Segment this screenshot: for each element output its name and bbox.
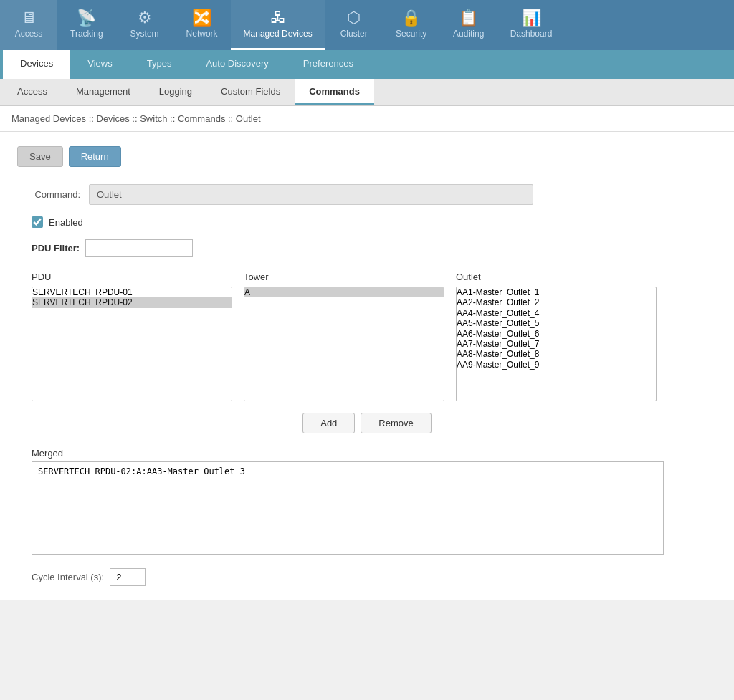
access-icon: 🖥: [21, 10, 37, 26]
nav-network-label: Network: [186, 29, 218, 39]
pdu-filter-label: PDU Filter:: [32, 243, 80, 254]
cycle-label: Cycle Interval (s):: [32, 572, 104, 582]
network-icon: 🔀: [192, 10, 211, 26]
tab-management[interactable]: Management: [62, 79, 145, 105]
tower-option-a[interactable]: A: [244, 287, 444, 297]
tab-management-label: Management: [76, 86, 130, 97]
sub-nav: Devices Views Types Auto Discovery Prefe…: [0, 50, 734, 79]
nav-system-label: System: [130, 29, 159, 39]
tab-logging-label: Logging: [159, 86, 192, 97]
command-row: Command:: [17, 184, 717, 205]
nav-dashboard-label: Dashboard: [510, 29, 553, 39]
nav-dashboard[interactable]: 📊 Dashboard: [497, 0, 566, 50]
cycle-input[interactable]: [110, 568, 146, 586]
listbox-section: PDU SERVERTECH_RPDU-01 SERVERTECH_RPDU-0…: [17, 272, 717, 401]
add-remove-row: Add Remove: [17, 413, 717, 433]
security-icon: 🔒: [401, 10, 421, 26]
merged-textarea[interactable]: SERVERTECH_RPDU-02:A:AA3-Master_Outlet_3: [32, 461, 664, 555]
outlet-option-9[interactable]: AA9-Master_Outlet_9: [457, 360, 656, 370]
tabs-row: Access Management Logging Custom Fields …: [0, 79, 734, 106]
outlet-option-4[interactable]: AA4-Master_Outlet_4: [457, 308, 656, 318]
return-button[interactable]: Return: [69, 146, 121, 167]
pdu-listbox[interactable]: SERVERTECH_RPDU-01 SERVERTECH_RPDU-02: [32, 287, 232, 401]
managed-devices-icon: 🖧: [270, 10, 286, 26]
tab-custom-fields[interactable]: Custom Fields: [206, 79, 295, 105]
merged-section: Merged SERVERTECH_RPDU-02:A:AA3-Master_O…: [17, 448, 717, 557]
tracking-icon: 📡: [77, 10, 96, 26]
auditing-icon: 📋: [459, 10, 478, 26]
tab-access[interactable]: Access: [3, 79, 62, 105]
outlet-listbox[interactable]: AA1-Master_Outlet_1 AA2-Master_Outlet_2 …: [456, 287, 657, 401]
breadcrumb-text: Managed Devices :: Devices :: Switch :: …: [11, 113, 261, 124]
enabled-label: Enabled: [49, 217, 83, 228]
nav-security-label: Security: [396, 29, 426, 39]
nav-network[interactable]: 🔀 Network: [173, 0, 231, 50]
subnav-auto-discovery-label: Auto Discovery: [206, 58, 268, 69]
subnav-types-label: Types: [147, 58, 172, 69]
tab-custom-fields-label: Custom Fields: [221, 86, 280, 97]
pdu-option-2[interactable]: SERVERTECH_RPDU-02: [32, 297, 232, 307]
pdu-filter-row: PDU Filter:: [17, 239, 717, 257]
outlet-option-5[interactable]: AA5-Master_Outlet_5: [457, 318, 656, 328]
nav-system[interactable]: ⚙ System: [116, 0, 173, 50]
subnav-types[interactable]: Types: [130, 50, 189, 79]
nav-managed-devices-label: Managed Devices: [244, 29, 313, 39]
action-buttons-top: Save Return: [17, 146, 717, 167]
nav-access[interactable]: 🖥 Access: [0, 0, 57, 50]
pdu-list-label: PDU: [32, 272, 232, 282]
subnav-preferences[interactable]: Preferences: [286, 50, 371, 79]
nav-managed-devices[interactable]: 🖧 Managed Devices: [231, 0, 325, 50]
tab-access-label: Access: [17, 86, 47, 97]
pdu-filter-input[interactable]: [85, 239, 193, 257]
nav-auditing[interactable]: 📋 Auditing: [440, 0, 497, 50]
outlet-option-8[interactable]: AA8-Master_Outlet_8: [457, 349, 656, 359]
tab-commands[interactable]: Commands: [295, 79, 374, 105]
subnav-views-label: Views: [87, 58, 112, 69]
subnav-views[interactable]: Views: [70, 50, 129, 79]
tower-listbox[interactable]: A: [244, 287, 444, 401]
command-input[interactable]: [89, 184, 533, 205]
top-nav: 🖥 Access 📡 Tracking ⚙ System 🔀 Network 🖧…: [0, 0, 734, 50]
main-content: Save Return Command: Enabled PDU Filter:…: [0, 132, 734, 600]
nav-cluster[interactable]: ⬡ Cluster: [325, 0, 383, 50]
subnav-auto-discovery[interactable]: Auto Discovery: [189, 50, 285, 79]
nav-security[interactable]: 🔒 Security: [383, 0, 440, 50]
outlet-option-2[interactable]: AA2-Master_Outlet_2: [457, 297, 656, 307]
merged-label: Merged: [32, 448, 717, 459]
outlet-option-6[interactable]: AA6-Master_Outlet_6: [457, 329, 656, 339]
breadcrumb: Managed Devices :: Devices :: Switch :: …: [0, 106, 734, 132]
save-button[interactable]: Save: [17, 146, 63, 167]
subnav-preferences-label: Preferences: [303, 58, 353, 69]
subnav-devices-label: Devices: [20, 58, 53, 69]
tab-commands-label: Commands: [309, 86, 360, 97]
dashboard-icon: 📊: [522, 10, 541, 26]
nav-access-label: Access: [15, 29, 43, 39]
nav-tracking-label: Tracking: [70, 29, 103, 39]
add-button[interactable]: Add: [302, 413, 355, 433]
enabled-checkbox[interactable]: [32, 216, 43, 228]
nav-auditing-label: Auditing: [453, 29, 484, 39]
pdu-col: PDU SERVERTECH_RPDU-01 SERVERTECH_RPDU-0…: [32, 272, 232, 401]
tower-col: Tower A: [244, 272, 444, 401]
enabled-row: Enabled: [17, 216, 717, 228]
subnav-devices[interactable]: Devices: [3, 50, 70, 79]
tab-logging[interactable]: Logging: [145, 79, 206, 105]
nav-cluster-label: Cluster: [340, 29, 368, 39]
command-label: Command:: [17, 189, 89, 200]
pdu-option-1[interactable]: SERVERTECH_RPDU-01: [32, 287, 232, 297]
outlet-list-label: Outlet: [456, 272, 657, 282]
outlet-option-1[interactable]: AA1-Master_Outlet_1: [457, 287, 656, 297]
cycle-row: Cycle Interval (s):: [17, 568, 717, 586]
remove-button[interactable]: Remove: [361, 413, 431, 433]
cluster-icon: ⬡: [347, 10, 361, 26]
system-icon: ⚙: [138, 10, 152, 26]
outlet-option-7[interactable]: AA7-Master_Outlet_7: [457, 339, 656, 349]
nav-tracking[interactable]: 📡 Tracking: [57, 0, 116, 50]
tower-list-label: Tower: [244, 272, 444, 282]
outlet-col: Outlet AA1-Master_Outlet_1 AA2-Master_Ou…: [456, 272, 657, 401]
